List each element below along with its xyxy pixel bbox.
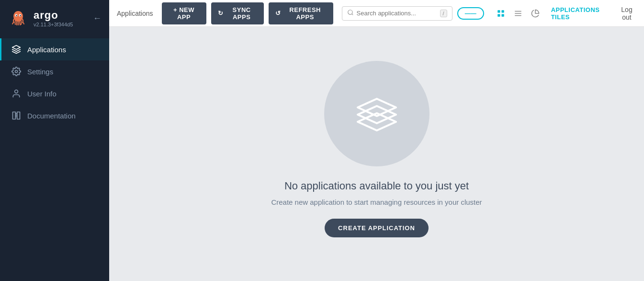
new-app-button[interactable]: + NEW APP bbox=[162, 2, 206, 24]
view-toggle bbox=[494, 6, 542, 21]
sync-apps-button[interactable]: ↻ SYNC APPS bbox=[211, 2, 264, 24]
argo-logo bbox=[8, 8, 29, 29]
sidebar-item-label: Applications bbox=[27, 46, 66, 54]
svg-rect-10 bbox=[17, 112, 20, 119]
refresh-apps-button[interactable]: ↺ REFRESH APPS bbox=[269, 2, 333, 24]
brand-version: v2.11.3+3f344d5 bbox=[34, 22, 73, 27]
svg-point-4 bbox=[16, 15, 17, 16]
sidebar-item-applications[interactable]: Applications bbox=[0, 38, 109, 60]
sidebar: argo v2.11.3+3f344d5 ← Applications bbox=[0, 0, 109, 281]
search-icon bbox=[347, 9, 354, 18]
brand-name: argo bbox=[34, 9, 73, 22]
book-icon bbox=[11, 110, 22, 121]
sidebar-item-documentation[interactable]: Documentation bbox=[0, 105, 109, 127]
svg-marker-6 bbox=[12, 46, 21, 49]
svg-rect-18 bbox=[497, 14, 500, 16]
empty-subtitle: Create new application to start managing… bbox=[271, 198, 482, 206]
search-input[interactable] bbox=[357, 10, 437, 17]
empty-icon-circle bbox=[324, 61, 429, 166]
logout-button[interactable]: Log out bbox=[617, 6, 636, 21]
layers-empty-icon bbox=[350, 87, 403, 140]
svg-point-5 bbox=[20, 15, 21, 16]
svg-line-15 bbox=[351, 13, 353, 15]
sidebar-item-user-info[interactable]: User Info bbox=[0, 82, 109, 105]
svg-rect-19 bbox=[501, 14, 504, 16]
search-shortcut: / bbox=[440, 10, 447, 17]
layers-icon bbox=[11, 44, 22, 55]
sync-icon: ↻ bbox=[218, 10, 224, 17]
filter-button[interactable]: —— bbox=[457, 7, 484, 20]
main-content: Applications + NEW APP ↻ SYNC APPS ↺ REF… bbox=[109, 0, 644, 281]
sidebar-item-label: Settings bbox=[27, 68, 53, 76]
sidebar-nav: Applications Settings User Info bbox=[0, 38, 109, 281]
svg-rect-16 bbox=[497, 10, 500, 12]
sidebar-item-settings[interactable]: Settings bbox=[0, 60, 109, 82]
sidebar-item-label: Documentation bbox=[27, 112, 76, 120]
svg-rect-9 bbox=[13, 112, 16, 119]
create-application-button[interactable]: CREATE APPLICATION bbox=[325, 219, 429, 237]
empty-title: No applications available to you just ye… bbox=[284, 180, 469, 192]
back-button[interactable]: ← bbox=[93, 13, 102, 23]
sidebar-brand: argo v2.11.3+3f344d5 bbox=[34, 9, 73, 27]
topbar: Applications + NEW APP ↻ SYNC APPS ↺ REF… bbox=[109, 0, 644, 27]
sidebar-header: argo v2.11.3+3f344d5 ← bbox=[0, 0, 109, 35]
page-title: APPLICATIONS TILES bbox=[551, 6, 610, 21]
gear-icon bbox=[11, 66, 22, 77]
refresh-icon: ↺ bbox=[275, 10, 281, 17]
user-icon bbox=[11, 88, 22, 99]
empty-state: No applications available to you just ye… bbox=[109, 27, 644, 281]
svg-point-1 bbox=[13, 11, 23, 22]
svg-rect-17 bbox=[501, 10, 504, 12]
svg-point-7 bbox=[15, 70, 18, 73]
svg-point-14 bbox=[348, 10, 352, 14]
search-box[interactable]: / bbox=[342, 6, 452, 21]
sidebar-item-label: User Info bbox=[27, 90, 56, 98]
grid-view-button[interactable] bbox=[494, 6, 508, 21]
summary-view-button[interactable] bbox=[528, 6, 542, 21]
svg-point-8 bbox=[15, 90, 18, 94]
list-view-button[interactable] bbox=[511, 6, 525, 21]
breadcrumb: Applications bbox=[117, 10, 153, 17]
